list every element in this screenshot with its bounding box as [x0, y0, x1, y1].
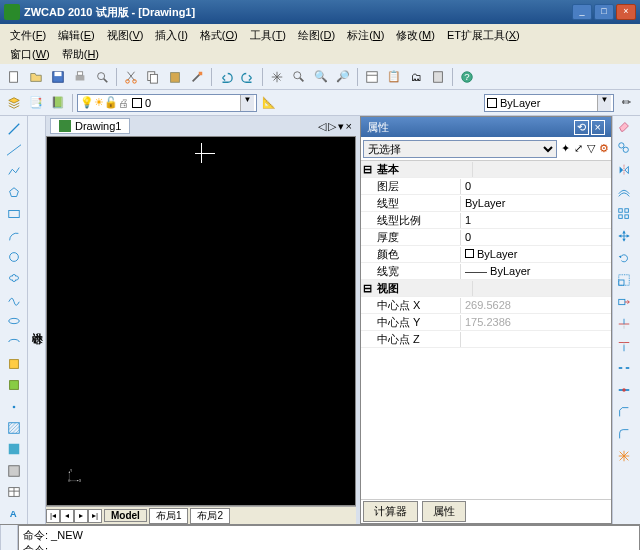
- menu-insert[interactable]: 插入(I): [149, 26, 193, 45]
- polygon-icon[interactable]: [4, 183, 24, 202]
- layer-dropdown[interactable]: 💡☀🔓🖨 0 ▼: [77, 94, 257, 112]
- erase-icon[interactable]: [617, 119, 637, 139]
- help-icon[interactable]: ?: [457, 67, 477, 87]
- cmd-vtab[interactable]: 取心作: [0, 525, 18, 550]
- design-center-tab[interactable]: 设计中心: [28, 116, 46, 524]
- break-icon[interactable]: [617, 361, 637, 381]
- paste-icon[interactable]: [165, 67, 185, 87]
- layout-first-icon[interactable]: |◂: [46, 509, 60, 523]
- scale-icon[interactable]: [617, 273, 637, 293]
- pik-icon[interactable]: ⚙: [599, 142, 609, 155]
- xline-icon[interactable]: [4, 140, 24, 159]
- menu-tools[interactable]: 工具(T): [244, 26, 292, 45]
- calc-icon[interactable]: [428, 67, 448, 87]
- layout-next-icon[interactable]: ▸: [74, 509, 88, 523]
- line-icon[interactable]: [4, 119, 24, 138]
- new-icon[interactable]: [4, 67, 24, 87]
- menu-edit[interactable]: 编辑(E): [52, 26, 101, 45]
- tab-close-icon[interactable]: ×: [346, 120, 352, 133]
- prop-close-icon[interactable]: ×: [591, 120, 605, 135]
- calculator-button[interactable]: 计算器: [363, 501, 418, 522]
- revcloud-icon[interactable]: [4, 269, 24, 288]
- arc-icon[interactable]: [4, 226, 24, 245]
- trim-icon[interactable]: [617, 317, 637, 337]
- menu-view[interactable]: 视图(V): [101, 26, 150, 45]
- prop-row-ltscale[interactable]: 线型比例1: [361, 212, 611, 229]
- menu-file[interactable]: 文件(F): [4, 26, 52, 45]
- array-icon[interactable]: [617, 207, 637, 227]
- menu-annotate[interactable]: 标注(N): [341, 26, 390, 45]
- prop-row-cz[interactable]: 中心点 Z: [361, 331, 611, 348]
- layout-tab-2[interactable]: 布局2: [190, 508, 230, 524]
- print-icon[interactable]: [70, 67, 90, 87]
- pline-icon[interactable]: [4, 162, 24, 181]
- circle-icon[interactable]: [4, 247, 24, 266]
- cut-icon[interactable]: [121, 67, 141, 87]
- table-icon[interactable]: [4, 482, 24, 501]
- save-icon[interactable]: [48, 67, 68, 87]
- designcenter-icon[interactable]: 📋: [384, 67, 404, 87]
- chevron-down-icon[interactable]: ▼: [240, 95, 254, 111]
- block-icon[interactable]: [4, 376, 24, 395]
- layer-prev-icon[interactable]: 📗: [48, 93, 68, 113]
- mirror-icon[interactable]: [617, 163, 637, 183]
- prop-row-thickness[interactable]: 厚度0: [361, 229, 611, 246]
- prop-autohide-icon[interactable]: ⟲: [574, 120, 589, 135]
- ellipsearc-icon[interactable]: [4, 333, 24, 352]
- linetype-dropdown[interactable]: ByLayer ▼: [484, 94, 614, 112]
- match-icon[interactable]: [187, 67, 207, 87]
- copy-obj-icon[interactable]: [617, 141, 637, 161]
- chevron-down-icon[interactable]: ▼: [597, 95, 611, 111]
- properties-button[interactable]: 属性: [422, 501, 466, 522]
- explode-icon[interactable]: [617, 449, 637, 469]
- tab-prev-icon[interactable]: ◁: [318, 120, 326, 133]
- undo-icon[interactable]: [216, 67, 236, 87]
- rotate-icon[interactable]: [617, 251, 637, 271]
- prop-row-linetype[interactable]: 线型ByLayer: [361, 195, 611, 212]
- hatch-icon[interactable]: [4, 418, 24, 437]
- menu-et[interactable]: ET扩展工具(X): [441, 26, 526, 45]
- quickselect-icon[interactable]: ✦: [561, 142, 570, 155]
- stretch-icon[interactable]: [617, 295, 637, 315]
- zoom-icon[interactable]: [289, 67, 309, 87]
- open-icon[interactable]: [26, 67, 46, 87]
- menu-draw[interactable]: 绘图(D): [292, 26, 341, 45]
- join-icon[interactable]: [617, 383, 637, 403]
- tab-next-icon[interactable]: ▷: [328, 120, 336, 133]
- layout-tab-1[interactable]: 布局1: [149, 508, 189, 524]
- layer-state-icon[interactable]: 📑: [26, 93, 46, 113]
- ellipse-icon[interactable]: [4, 311, 24, 330]
- toolpalette-icon[interactable]: 🗂: [406, 67, 426, 87]
- layout-prev-icon[interactable]: ◂: [60, 509, 74, 523]
- prop-row-lineweight[interactable]: 线宽—— ByLayer: [361, 263, 611, 280]
- prop-row-cy[interactable]: 中心点 Y175.2386: [361, 314, 611, 331]
- menu-window[interactable]: 窗口(W): [4, 45, 56, 64]
- move-icon[interactable]: [617, 229, 637, 249]
- selection-dropdown[interactable]: 无选择: [363, 140, 557, 158]
- extend-icon[interactable]: [617, 339, 637, 359]
- selectobj-icon[interactable]: ⤢: [574, 142, 583, 155]
- chamfer-icon[interactable]: [617, 405, 637, 425]
- offset-icon[interactable]: [617, 185, 637, 205]
- menu-help[interactable]: 帮助(H): [56, 45, 105, 64]
- mtext-icon[interactable]: A: [4, 504, 24, 523]
- props-icon[interactable]: [362, 67, 382, 87]
- layout-tab-model[interactable]: Model: [104, 509, 147, 522]
- doc-tab-drawing1[interactable]: Drawing1: [50, 118, 130, 134]
- region-icon[interactable]: [4, 461, 24, 480]
- fillet-icon[interactable]: [617, 427, 637, 447]
- prop-row-cx[interactable]: 中心点 X269.5628: [361, 297, 611, 314]
- layout-last-icon[interactable]: ▸|: [88, 509, 102, 523]
- maximize-button[interactable]: □: [594, 4, 614, 20]
- menu-format[interactable]: 格式(O): [194, 26, 244, 45]
- collapse-icon[interactable]: ⊟: [361, 282, 373, 295]
- rect-icon[interactable]: [4, 205, 24, 224]
- layer-iso-icon[interactable]: 📐: [259, 93, 279, 113]
- command-history[interactable]: 命令: _NEW 命令: 命令: 命令: _PRODUCTACTIVE: [18, 525, 640, 550]
- redo-icon[interactable]: [238, 67, 258, 87]
- zoom-win-icon[interactable]: 🔎: [333, 67, 353, 87]
- minimize-button[interactable]: _: [572, 4, 592, 20]
- zoom-prev-icon[interactable]: 🔍: [311, 67, 331, 87]
- prop-row-layer[interactable]: 图层0: [361, 178, 611, 195]
- point-icon[interactable]: [4, 397, 24, 416]
